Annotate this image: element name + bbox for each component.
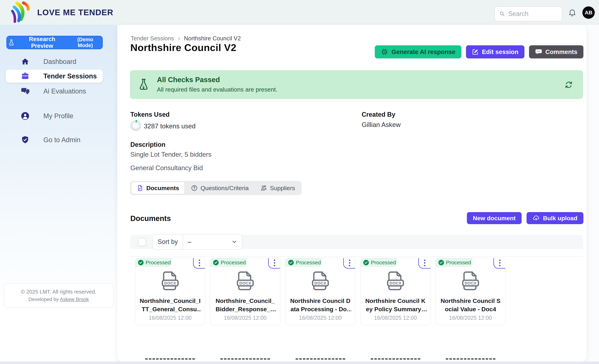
kebab-menu-icon xyxy=(499,260,501,266)
flask-icon xyxy=(137,78,150,91)
check-circle-icon xyxy=(438,260,444,266)
edit-session-button[interactable]: Edit session xyxy=(466,45,524,58)
sidebar-item-label: Go to Admin xyxy=(43,136,80,144)
status-badge: Processed xyxy=(436,258,472,267)
chevron-right-icon: › xyxy=(178,35,180,41)
edit-icon xyxy=(472,49,479,55)
document-date: 16/08/2025 12:00 xyxy=(211,315,280,321)
card-menu[interactable] xyxy=(343,258,355,269)
clipped-next-row xyxy=(145,358,195,361)
docx-file-icon: DOCX xyxy=(311,271,330,292)
check-circle-icon xyxy=(288,260,294,266)
sidebar-item-label: My Profile xyxy=(43,112,73,120)
document-cards: Processed DOCX Northshire_Council_ITT_Ge… xyxy=(135,258,506,325)
sort-control: Sort by – xyxy=(152,234,242,250)
bulk-upload-button[interactable]: Bulk upload xyxy=(527,212,583,224)
sidebar-item-ai-evaluations[interactable]: Ai Evaluations xyxy=(0,86,117,97)
refresh-icon[interactable] xyxy=(564,80,573,89)
bulk-upload-label: Bulk upload xyxy=(543,215,577,222)
document-card[interactable]: Processed DOCX Northshire_Council_ITT_Ge… xyxy=(135,258,205,325)
chat-bubbles-icon xyxy=(21,87,29,95)
kebab-menu-icon xyxy=(424,260,425,266)
document-icon xyxy=(137,185,143,191)
developer-credit: Developed by Askew Brook xyxy=(28,296,89,302)
page-title: Northshire Council V2 xyxy=(130,42,237,53)
brand-name: LOVE ME TENDER xyxy=(37,8,113,17)
brand-logo[interactable]: LOVE ME TENDER xyxy=(10,1,113,24)
main-panel: Tender Sessions › Northshire Council V2 … xyxy=(117,25,587,362)
docx-file-icon: DOCX xyxy=(461,271,480,292)
top-header: LOVE ME TENDER AB xyxy=(0,0,599,25)
developed-by-text: Developed by xyxy=(28,296,59,302)
research-preview-button[interactable]: Research Preview (Demo Mode) xyxy=(6,36,103,49)
document-name[interactable]: Northshire Council Social Value - Doc4 xyxy=(439,297,502,313)
document-card[interactable]: Processed DOCX Northshire Council Social… xyxy=(435,258,506,325)
card-menu[interactable] xyxy=(268,258,280,269)
status-badge: Processed xyxy=(135,258,172,267)
kebab-menu-icon xyxy=(199,260,200,266)
notifications-bell-icon[interactable] xyxy=(568,8,577,17)
tab-label: Documents xyxy=(146,185,179,191)
status-badge-label: Processed xyxy=(371,260,396,266)
document-card[interactable]: Processed DOCX Northshire Council Data P… xyxy=(285,258,355,325)
document-date: 16/08/2025 12:00 xyxy=(135,315,205,321)
comments-icon xyxy=(535,48,542,55)
kebab-menu-icon xyxy=(349,260,350,266)
sidebar-item-label: Tender Sessions xyxy=(43,72,97,80)
sidebar: Research Preview (Demo Mode) Dashboard T… xyxy=(0,25,117,362)
generate-ai-response-button[interactable]: AI Generate AI response xyxy=(375,45,461,58)
search-box[interactable] xyxy=(494,6,562,21)
tab-label: Suppliers xyxy=(270,185,295,191)
clipped-next-row xyxy=(371,358,420,361)
document-name[interactable]: Northshire_Council_Bidder_Response_Ge… xyxy=(214,297,276,313)
page-actions: AI Generate AI response Edit session Com… xyxy=(375,45,583,58)
search-input[interactable] xyxy=(508,10,558,18)
list-toolbar: Sort by – xyxy=(130,235,583,249)
flask-icon xyxy=(8,39,15,46)
app: LOVE ME TENDER AB Research Preview (Demo… xyxy=(0,0,599,364)
svg-text:DOCX: DOCX xyxy=(239,281,251,286)
tab-questions-criteria[interactable]: Questions/Criteria xyxy=(186,182,254,194)
developer-link[interactable]: Askew Brook xyxy=(60,296,89,302)
card-menu[interactable] xyxy=(418,258,431,269)
document-name[interactable]: Northshire_Council_ITT_General_Consult… xyxy=(139,297,201,313)
document-name[interactable]: Northshire Council Key Policy Summary - … xyxy=(364,297,427,313)
breadcrumb-current: Northshire Council V2 xyxy=(184,35,241,42)
tab-documents[interactable]: Documents xyxy=(131,182,185,194)
sidebar-item-tender-sessions[interactable]: Tender Sessions xyxy=(6,69,103,83)
clipped-next-row xyxy=(296,358,345,361)
page-bottom-strip xyxy=(0,362,599,364)
svg-text:DOCX: DOCX xyxy=(465,281,476,286)
document-card[interactable]: Processed DOCX Northshire Council Key Po… xyxy=(360,258,431,325)
question-circle-icon xyxy=(191,185,198,191)
chevron-down-icon xyxy=(231,239,237,245)
user-circle-icon xyxy=(21,112,29,120)
new-document-button[interactable]: New document xyxy=(467,212,522,224)
select-all-checkbox[interactable] xyxy=(138,238,146,246)
status-badge-label: Processed xyxy=(146,260,171,266)
banner-title: All Checks Passed xyxy=(157,76,220,84)
sidebar-footer: © 2025 LMT. All rights reserved. Develop… xyxy=(4,283,113,308)
new-document-label: New document xyxy=(473,215,516,222)
comments-button[interactable]: Comments xyxy=(529,45,583,58)
sidebar-item-my-profile[interactable]: My Profile xyxy=(0,110,117,122)
document-date: 16/08/2025 12:00 xyxy=(285,315,355,321)
status-badge: Processed xyxy=(285,258,322,267)
document-card[interactable]: Processed DOCX Northshire_Council_Bidder… xyxy=(210,258,280,325)
edit-label: Edit session xyxy=(482,48,519,55)
sort-select[interactable]: – xyxy=(183,234,242,249)
section-tabs: Documents Questions/Criteria Suppliers xyxy=(130,181,302,195)
avatar[interactable]: AB xyxy=(582,6,595,19)
sidebar-item-dashboard[interactable]: Dashboard xyxy=(0,56,117,67)
docx-file-icon: DOCX xyxy=(386,271,405,292)
documents-heading: Documents xyxy=(130,214,171,223)
card-menu[interactable] xyxy=(493,258,506,269)
sidebar-item-go-to-admin[interactable]: Go to Admin xyxy=(0,134,117,146)
home-icon xyxy=(21,57,29,66)
documents-actions: New document Bulk upload xyxy=(467,212,583,224)
breadcrumb-parent[interactable]: Tender Sessions xyxy=(131,35,174,42)
document-name[interactable]: Northshire Council Data Processing - Doc… xyxy=(289,297,352,313)
card-menu[interactable] xyxy=(193,258,205,269)
tab-suppliers[interactable]: Suppliers xyxy=(255,182,300,194)
document-date: 16/08/2025 12:00 xyxy=(436,315,505,321)
